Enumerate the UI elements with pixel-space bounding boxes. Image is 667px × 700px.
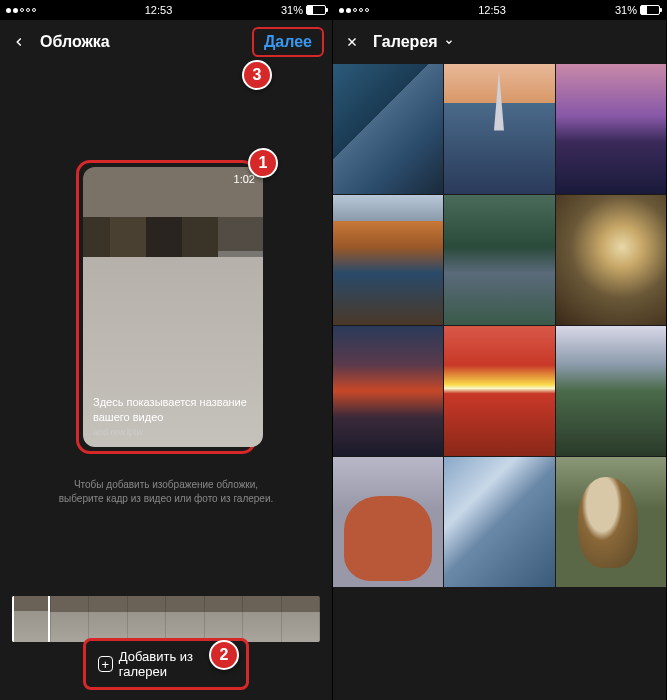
photo-thumb[interactable] (333, 64, 443, 194)
nav-bar: Галерея (333, 20, 666, 64)
battery-icon (640, 5, 660, 15)
annotation-badge-1: 1 (248, 148, 278, 178)
close-icon[interactable] (345, 35, 359, 49)
page-title: Обложка (40, 33, 110, 51)
left-screen: 12:53 31% Обложка Далее 3 1 1:02 Здесь п… (0, 0, 333, 700)
photo-thumb[interactable] (556, 195, 666, 325)
photo-thumb[interactable] (444, 326, 554, 456)
photo-thumb[interactable] (556, 326, 666, 456)
chevron-down-icon (444, 37, 454, 47)
nav-bar: Обложка Далее (0, 20, 332, 64)
signal-icon (339, 8, 369, 13)
status-time: 12:53 (478, 4, 506, 16)
status-time: 12:53 (145, 4, 173, 16)
battery-icon (306, 5, 326, 15)
next-button[interactable]: Далее (252, 27, 324, 57)
gallery-dropdown[interactable]: Галерея (373, 33, 454, 51)
gallery-grid (333, 64, 666, 700)
back-icon[interactable] (12, 35, 26, 49)
right-screen: 12:53 31% Галерея (333, 0, 666, 700)
photo-thumb[interactable] (333, 195, 443, 325)
hint-text: Чтобы добавить изображение обложки, выбе… (0, 478, 332, 506)
photo-thumb[interactable] (556, 64, 666, 194)
photo-thumb[interactable] (333, 457, 443, 587)
annotation-badge-3: 3 (242, 60, 272, 90)
photo-thumb[interactable] (444, 457, 554, 587)
photo-thumb[interactable] (444, 64, 554, 194)
status-bar: 12:53 31% (0, 0, 332, 20)
cover-author: and.rew.lptw (93, 427, 253, 437)
gallery-dropdown-label: Галерея (373, 33, 438, 51)
cover-preview[interactable]: 1:02 Здесь показывается название вашего … (83, 167, 263, 447)
filmstrip[interactable] (12, 596, 320, 642)
video-duration: 1:02 (234, 173, 255, 185)
photo-thumb[interactable] (444, 195, 554, 325)
annotation-badge-2: 2 (209, 640, 239, 670)
annotation-box-1: 1:02 Здесь показывается название вашего … (76, 160, 256, 454)
battery-pct: 31% (281, 4, 303, 16)
filmstrip-selector[interactable] (12, 596, 50, 642)
battery-pct: 31% (615, 4, 637, 16)
status-bar: 12:53 31% (333, 0, 666, 20)
plus-icon: + (98, 656, 113, 672)
cover-title-placeholder: Здесь показывается название вашего видео (93, 395, 253, 424)
signal-icon (6, 8, 36, 13)
photo-thumb[interactable] (556, 457, 666, 587)
photo-thumb[interactable] (333, 326, 443, 456)
